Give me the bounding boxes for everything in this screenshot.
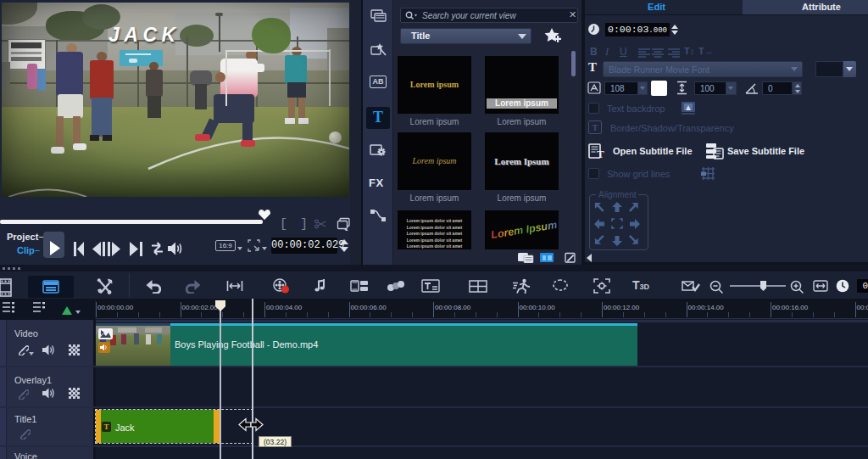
svg-text:T: T (597, 148, 604, 160)
